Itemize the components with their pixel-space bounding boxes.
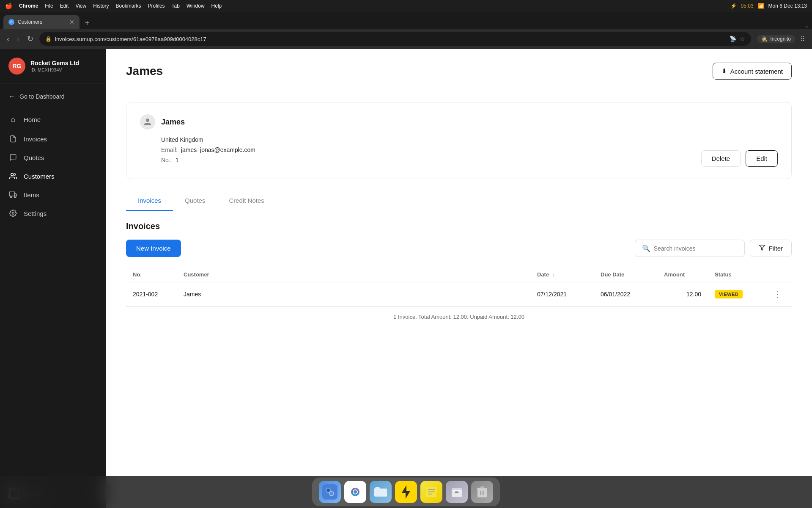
menu-bookmarks[interactable]: Bookmarks [116,3,141,9]
dock-archive[interactable] [446,481,468,503]
menu-profiles[interactable]: Profiles [148,3,165,9]
new-tab-button[interactable]: + [81,17,93,29]
go-dashboard-label: Go to Dashboard [19,93,65,100]
svg-point-3 [10,196,12,198]
invoices-section: Invoices New Invoice 🔍 Filter [126,221,792,327]
svg-marker-2 [14,193,16,196]
table-body: 2021-002 James 07/12/2021 06/01/2022 12.… [126,282,792,306]
row-actions-button[interactable]: ⋮ [770,289,785,299]
email-label: Email: [161,146,178,153]
table-row[interactable]: 2021-002 James 07/12/2021 06/01/2022 12.… [126,282,792,306]
col-due-date: Due Date [594,267,657,282]
invoices-title: Invoices [126,221,792,231]
sidebar-item-quotes[interactable]: Quotes [0,148,106,167]
tab-invoices[interactable]: Invoices [126,191,173,211]
forward-button[interactable]: › [15,33,21,45]
tab-credit-notes[interactable]: Credit Notes [217,191,276,211]
quotes-icon [8,154,18,161]
col-actions [763,267,792,282]
reload-button[interactable]: ↻ [25,33,35,45]
svg-point-15 [354,490,357,494]
svg-point-5 [12,213,14,215]
edit-button[interactable]: Edit [746,150,778,167]
filter-button[interactable]: Filter [750,240,792,257]
sidebar: RG Rocket Gems Ltd ID: MEXH934V ← Go to … [0,49,106,508]
menu-file[interactable]: File [45,3,53,9]
cast-icon[interactable]: 📡 [730,36,736,42]
status-badge: VIEWED [715,290,743,298]
svg-rect-1 [10,192,14,196]
go-to-dashboard-link[interactable]: ← Go to Dashboard [0,87,106,106]
tab-expand-button[interactable]: ⌵ [805,22,809,29]
content-header: James ⬇ Account statement [106,49,812,90]
svg-rect-26 [480,486,484,488]
cell-customer: James [177,282,530,306]
extensions-button[interactable]: ⠿ [798,33,807,45]
col-status: Status [708,267,763,282]
col-date[interactable]: Date ↓ [530,267,594,282]
battery-icon: ⚡ [730,3,737,9]
sidebar-item-invoices[interactable]: Invoices [0,130,106,148]
table-summary: 1 Invoice. Total Amount: 12.00. Unpaid A… [126,306,792,327]
table-header: No. Customer Date ↓ Due Date Amount Stat… [126,267,792,282]
menu-history[interactable]: History [93,3,109,9]
sidebar-item-customers[interactable]: Customers [0,167,106,185]
dock-chrome[interactable] [344,481,366,503]
sidebar-nav: ⌂ Home Invoices Quotes [0,106,106,479]
browser-tab-customers[interactable]: C Customers ✕ [3,15,80,29]
nav-customers-label: Customers [24,173,55,180]
sidebar-item-settings[interactable]: Settings [0,204,106,223]
tab-favicon: C [8,19,14,25]
bookmark-icon[interactable]: ☆ [740,36,745,42]
dock-folder[interactable] [370,481,392,503]
account-statement-button[interactable]: ⬇ Account statement [713,63,792,80]
macos-menubar: 🍎 Chrome File Edit View History Bookmark… [0,0,812,12]
menu-view[interactable]: View [75,3,86,9]
menu-chrome[interactable]: Chrome [19,3,38,9]
dock-trash[interactable] [471,481,493,503]
menu-tab[interactable]: Tab [172,3,180,9]
nav-settings-label: Settings [24,210,47,217]
customer-country: United Kingdom [161,136,778,143]
search-input[interactable] [654,245,738,252]
col-amount: Amount [657,267,708,282]
menu-window[interactable]: Window [187,3,205,9]
sidebar-item-items[interactable]: Items [0,185,106,204]
invoices-table: No. Customer Date ↓ Due Date Amount Stat… [126,267,792,306]
customer-no-row: No.: 1 [161,157,778,163]
dock-notes[interactable] [420,481,442,503]
svg-point-4 [14,196,16,198]
battery-time: 05:03 [741,3,754,9]
nav-items-label: Items [24,191,39,199]
url-bar[interactable]: 🔒 invoices.sumup.com/customers/61ae0978a… [39,32,751,46]
menu-help[interactable]: Help [211,3,222,9]
dock-finder[interactable] [319,481,341,503]
cell-status: VIEWED [708,282,763,306]
lock-icon: 🔒 [45,36,52,42]
nav-invoices-label: Invoices [24,135,47,143]
invoices-icon [8,135,18,143]
tab-quotes[interactable]: Quotes [173,191,217,211]
tab-close-button[interactable]: ✕ [69,19,74,25]
no-label: No.: [161,157,172,163]
svg-point-0 [11,173,14,176]
download-icon: ⬇ [721,67,727,75]
tab-bar: C Customers ✕ + ⌵ [0,12,812,29]
apple-icon[interactable]: 🍎 [5,3,12,9]
incognito-label: Incognito [770,36,791,42]
brand-id: ID: MEXH934V [30,67,79,72]
svg-point-11 [330,492,333,495]
sidebar-item-home[interactable]: ⌂ Home [0,110,106,130]
new-invoice-button[interactable]: New Invoice [126,240,181,257]
settings-icon [8,210,18,217]
delete-button[interactable]: Delete [701,150,741,167]
macos-dock [0,476,812,508]
incognito-button[interactable]: 🕵 Incognito [757,35,795,43]
menu-edit[interactable]: Edit [60,3,69,9]
account-statement-label: Account statement [730,68,783,75]
svg-marker-6 [759,245,765,250]
filter-label: Filter [769,245,783,252]
dock-bolt[interactable] [395,481,417,503]
back-button[interactable]: ‹ [5,33,11,45]
search-box[interactable]: 🔍 [635,240,745,257]
